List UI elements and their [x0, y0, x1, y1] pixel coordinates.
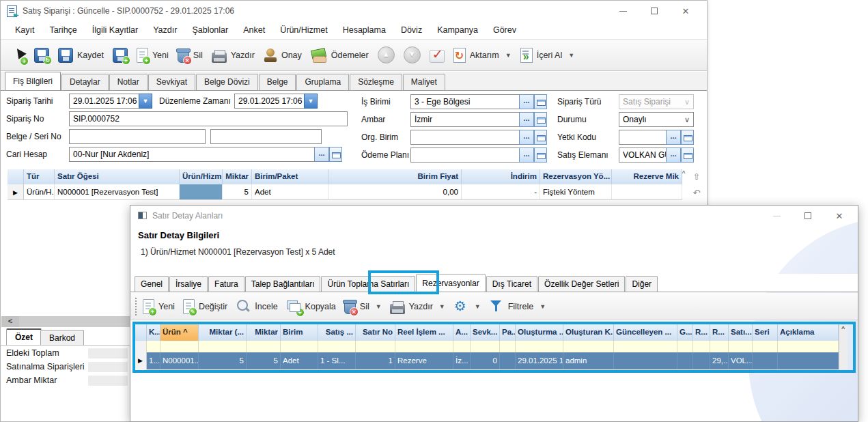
rg-col-7[interactable]: Reel İşlem ... — [395, 324, 453, 341]
account-detail-button[interactable] — [329, 147, 342, 162]
salesperson-browse-button[interactable]: ... — [666, 147, 681, 163]
menu-kayit[interactable]: Kayıt — [8, 23, 42, 38]
row-cell-indirim[interactable]: - — [462, 184, 540, 200]
new-button[interactable]: +Yeni — [137, 48, 169, 63]
dialog-settings-button[interactable]: ▼ — [453, 299, 481, 314]
grid-col-tur[interactable]: Tür — [24, 169, 55, 184]
rg-filter-cell[interactable] — [693, 341, 710, 352]
rg-filter-cell[interactable] — [563, 341, 614, 352]
grid-col-miktar[interactable]: Miktar — [223, 169, 252, 184]
rg-col-3[interactable]: Miktar — [247, 324, 281, 341]
chevron-down-icon[interactable]: ▼ — [439, 303, 445, 310]
rg-filter-cell[interactable] — [356, 341, 395, 352]
transfer-button[interactable]: Aktarım▼ — [453, 48, 512, 63]
payment-plan-field[interactable] — [410, 147, 520, 163]
order-date-dropdown[interactable]: ▼ — [139, 94, 152, 109]
rg-cell-7[interactable]: Rezerve — [395, 352, 453, 369]
rg-filter-cell[interactable] — [199, 341, 247, 352]
rg-filter-cell[interactable] — [677, 341, 693, 352]
payment-plan-detail-button[interactable] — [534, 147, 547, 163]
row-cell-tur[interactable]: Ürün/H... — [24, 184, 55, 200]
menu-yazdir[interactable]: Yazdır — [145, 23, 184, 38]
grid-col-birim-paket[interactable]: Birim/Paket — [252, 169, 328, 184]
row-cell-birim-fiyat[interactable]: 0,00 — [328, 184, 462, 200]
rg-cell-14[interactable] — [677, 352, 693, 369]
dialog-view-button[interactable]: İncele — [236, 299, 277, 314]
nav-down-button[interactable] — [404, 46, 421, 64]
auth-code-field[interactable] — [619, 130, 667, 145]
import-button[interactable]: İçeri Al▼ — [520, 48, 574, 63]
payments-button[interactable]: Ödemeler — [311, 48, 369, 63]
rg-vertical-scrollbar[interactable] — [839, 324, 848, 369]
tab-gruplama[interactable]: Gruplama — [296, 74, 349, 90]
rg-col-10[interactable]: Pa... — [500, 324, 516, 341]
rg-filter-cell[interactable] — [453, 341, 471, 352]
dialog-close-button[interactable]: ✕ — [824, 206, 855, 226]
rg-cell-18[interactable] — [753, 352, 778, 369]
minimize-button[interactable] — [607, 1, 639, 21]
rg-cell-19[interactable] — [778, 352, 839, 369]
tab-belge[interactable]: Belge — [259, 74, 296, 90]
rg-col-6[interactable]: Satır No — [356, 324, 395, 341]
rg-filter-cell[interactable] — [318, 341, 356, 352]
tab-ozet[interactable]: Özet — [6, 328, 42, 346]
menu-doviz[interactable]: Döviz — [393, 23, 430, 38]
doc-no-field[interactable] — [69, 129, 206, 144]
row-cell-rezervasyon-yontemi[interactable]: Fişteki Yöntem — [540, 184, 612, 200]
rg-col-18[interactable]: Seri — [753, 324, 778, 341]
warehouse-browse-button[interactable]: ... — [519, 112, 534, 127]
tab-maliyet[interactable]: Maliyet — [403, 74, 445, 90]
payment-plan-browse-button[interactable]: ... — [519, 147, 534, 163]
rg-cell-17[interactable]: VOL... — [729, 352, 753, 369]
grid-col-birim-fiyat[interactable]: Birim Fiyat — [328, 169, 462, 184]
grid-col-urun-hizm[interactable]: Ürün/Hizm... — [180, 169, 223, 184]
dialog-maximize-button[interactable] — [792, 206, 824, 226]
rg-cell-12[interactable]: admin — [563, 352, 614, 369]
rg-filter-cell[interactable] — [160, 341, 199, 352]
maximize-button[interactable] — [639, 1, 670, 21]
tab-sozlesme[interactable]: Sözleşme — [350, 74, 402, 90]
row-cell-satir-ogesi[interactable]: N000001 [Rezervasyon Test] — [55, 184, 180, 200]
status-combo[interactable]: Onaylı∨ — [619, 112, 694, 127]
warehouse-field[interactable]: İzmir — [410, 112, 520, 127]
save-refresh-button[interactable]: ↻ — [34, 48, 49, 63]
rg-col-13[interactable]: Güncelleyen ... — [614, 324, 677, 341]
delete-button[interactable]: ✕Sil — [178, 48, 203, 62]
rg-cell-10[interactable] — [500, 352, 516, 369]
rg-cell-16[interactable]: 29,... — [710, 352, 729, 369]
business-unit-browse-button[interactable]: ... — [519, 94, 534, 109]
grid-scroll-up-icon[interactable]: ^ — [679, 170, 688, 184]
tab-detaylar[interactable]: Detaylar — [61, 74, 109, 90]
rg-filter-cell[interactable] — [395, 341, 453, 352]
grid-col-rezerve-miktar[interactable]: Rezerve Mik — [612, 169, 682, 184]
menu-urun-hizmet[interactable]: Ürün/Hizmet — [272, 23, 335, 38]
dialog-new-button[interactable]: +Yeni — [143, 299, 175, 314]
dialog-filter-button[interactable]: Filtrele▼ — [489, 299, 546, 314]
confirm-button[interactable] — [430, 48, 445, 61]
nav-up-button[interactable] — [378, 46, 395, 64]
grid-col-indirim[interactable]: İndirim — [462, 169, 540, 184]
chevron-down-icon[interactable]: ▼ — [475, 303, 481, 310]
menu-ilgili-kayitlar[interactable]: İlgili Kayıtlar — [85, 23, 145, 38]
dialog-delete-button[interactable]: ✕Sil▼ — [344, 299, 382, 313]
org-unit-detail-button[interactable] — [534, 130, 547, 145]
menu-tarihce[interactable]: Tarihçe — [42, 23, 85, 38]
row-send-icon[interactable]: ↶ — [689, 188, 704, 201]
rg-cell-11[interactable]: 29.01.2025 1... — [516, 352, 563, 369]
rg-col-4[interactable]: Birim — [281, 324, 318, 341]
dialog-edit-button[interactable]: ✎Değiştir — [183, 299, 227, 314]
dialog-copy-button[interactable]: +Kopyala — [286, 299, 336, 314]
tab-dis-ticaret[interactable]: Dış Ticaret — [486, 276, 537, 292]
menu-anket[interactable]: Anket — [236, 23, 272, 38]
chevron-down-icon[interactable]: ▼ — [376, 303, 382, 310]
rg-filter-cell[interactable] — [281, 341, 318, 352]
grid-col-rezervasyon-yontemi[interactable]: Rezervasyon Yö... — [540, 169, 612, 184]
tab-urun-toplama-satirlari[interactable]: Ürün Toplama Satırları — [321, 276, 415, 292]
row-cell-miktar[interactable]: 5 — [223, 184, 252, 200]
rg-cell-9[interactable]: 0 — [471, 352, 500, 369]
tab-sevkiyat[interactable]: Sevkiyat — [148, 74, 195, 90]
rg-col-12[interactable]: Oluşturan K... — [563, 324, 614, 341]
rg-filter-cell[interactable] — [778, 341, 839, 352]
rg-col-19[interactable]: Açıklama — [778, 324, 839, 341]
rg-cell-15[interactable] — [693, 352, 710, 369]
